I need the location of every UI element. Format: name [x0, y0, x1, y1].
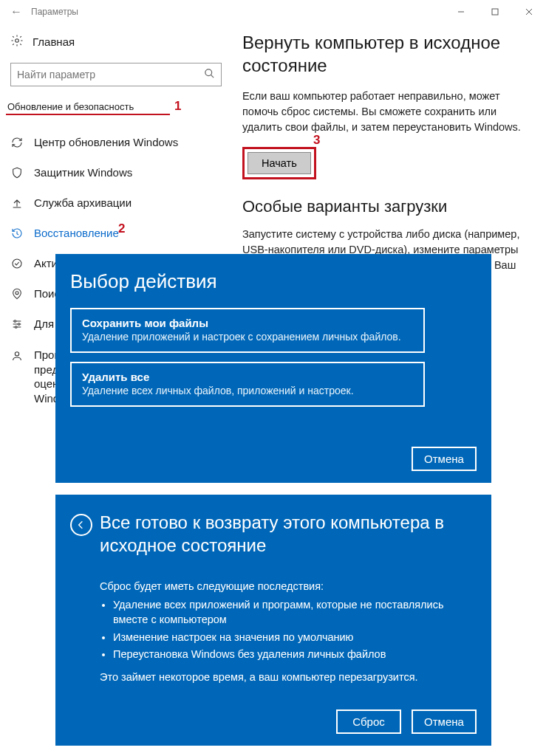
search-input[interactable] — [17, 69, 204, 80]
list-item: Изменение настроек на значения по умолча… — [113, 630, 477, 645]
window-title: Параметры — [31, 7, 78, 17]
location-icon — [10, 288, 24, 300]
home-link[interactable]: Главная — [6, 30, 228, 60]
cancel-button[interactable]: Отмена — [412, 447, 477, 471]
svg-point-7 — [13, 259, 21, 268]
advanced-startup-heading: Особые варианты загрузки — [242, 197, 531, 216]
gear-icon — [10, 34, 24, 49]
choose-action-dialog: Выбор действия Сохранить мои файлы Удале… — [55, 254, 491, 483]
sidebar-item-label: Защитник Windows — [34, 166, 132, 179]
option-title: Сохранить мои файлы — [82, 317, 413, 329]
svg-point-11 — [15, 326, 17, 328]
annotation-2: 2 — [118, 221, 125, 236]
close-button[interactable] — [512, 0, 546, 24]
ready-note: Это займет некоторое время, а ваш компью… — [100, 671, 477, 683]
minimize-button[interactable] — [444, 0, 478, 24]
back-icon[interactable]: ← — [6, 5, 27, 18]
consequences-list: Удаление всех приложений и программ, кот… — [100, 598, 477, 662]
back-circle-icon[interactable] — [70, 514, 92, 536]
sync-icon — [10, 137, 24, 148]
cancel-button[interactable]: Отмена — [412, 709, 477, 734]
svg-point-8 — [16, 291, 18, 294]
annotation-1: 1 — [174, 99, 181, 114]
sidebar-item-backup[interactable]: Служба архивации — [6, 188, 228, 218]
sidebar-item-label: Центр обновления Windows — [34, 136, 178, 148]
svg-point-10 — [18, 323, 20, 325]
sidebar-item-recovery[interactable]: Восстановление — [6, 218, 228, 248]
search-icon — [204, 68, 215, 81]
annotation-highlight-3: Начать — [242, 147, 316, 179]
option-desc: Удаление приложений и настроек с сохране… — [82, 331, 413, 343]
reset-button[interactable]: Сброс — [336, 709, 401, 734]
svg-line-6 — [211, 75, 214, 78]
sidebar-item-windows-update[interactable]: Центр обновления Windows — [6, 127, 228, 157]
list-item: Удаление всех приложений и программ, кот… — [113, 598, 477, 627]
svg-point-12 — [15, 352, 18, 356]
annotation-3: 3 — [313, 133, 320, 148]
shield-icon — [10, 167, 24, 179]
sidebar-item-label: Служба архивации — [34, 196, 132, 209]
dialog-title: Выбор действия — [70, 270, 477, 293]
dialog-title: Все готово к возврату этого компьютера в… — [100, 511, 477, 557]
option-title: Удалить все — [82, 371, 413, 383]
reset-heading: Вернуть компьютер в исходное состояние — [242, 31, 531, 77]
sidebar-item-defender[interactable]: Защитник Windows — [6, 157, 228, 188]
titlebar: ← Параметры — [0, 0, 546, 24]
list-item: Переустановка Windows без удаления личны… — [113, 647, 477, 662]
sliders-icon — [10, 318, 24, 330]
ready-intro: Сброс будет иметь следующие последствия: — [100, 580, 477, 592]
svg-point-4 — [16, 39, 19, 43]
option-desc: Удаление всех личных файлов, приложений … — [82, 385, 413, 396]
start-reset-button[interactable]: Начать — [248, 152, 311, 174]
svg-point-9 — [14, 320, 16, 322]
svg-rect-1 — [492, 9, 498, 15]
home-label: Главная — [33, 35, 75, 48]
settings-category: Обновление и безопасность — [6, 100, 170, 115]
search-box[interactable] — [10, 63, 222, 86]
option-keep-files[interactable]: Сохранить мои файлы Удаление приложений … — [70, 308, 425, 353]
person-icon — [10, 350, 24, 362]
reset-description: Если ваш компьютер работает неправильно,… — [242, 89, 531, 135]
check-circle-icon — [10, 258, 24, 269]
svg-point-5 — [205, 69, 212, 76]
option-remove-all[interactable]: Удалить все Удаление всех личных файлов,… — [70, 362, 425, 407]
maximize-button[interactable] — [478, 0, 512, 24]
sidebar-item-label: Восстановление — [34, 227, 119, 239]
ready-to-reset-dialog: Все готово к возврату этого компьютера в… — [55, 495, 491, 746]
history-icon — [10, 227, 24, 239]
upload-icon — [10, 197, 24, 209]
